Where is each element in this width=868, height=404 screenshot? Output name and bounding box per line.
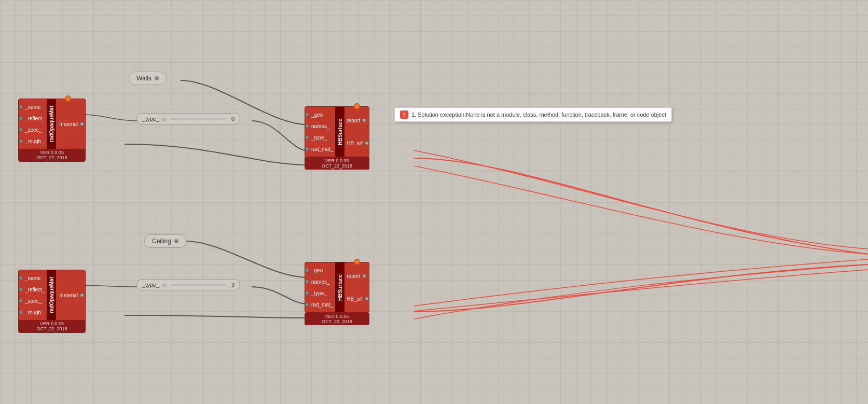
slider-track-1[interactable] [170, 118, 226, 120]
port-row: report [345, 115, 369, 126]
error-message: 1. Solution exception:None is not a modu… [411, 112, 666, 118]
port-row: names_ [305, 120, 335, 132]
output-label: report [345, 273, 362, 279]
input-label: _geo [309, 268, 325, 273]
port-row: _geo [305, 264, 335, 276]
port-row: _reflect_ [19, 284, 47, 295]
input-port [305, 147, 309, 151]
input-label: _reflect_ [23, 287, 47, 292]
input-label: _name [23, 275, 43, 281]
port-row: _rough_ [19, 135, 47, 147]
port-row: names_ [305, 276, 335, 287]
input-port [305, 268, 309, 272]
hb-surface-1-outputs: report HB_srf [345, 107, 369, 157]
port-row: _rough_ [19, 307, 47, 318]
slider-track-2[interactable] [170, 284, 226, 286]
input-port [305, 135, 309, 140]
hb-surface-1-inputs: _geo names_ _type_ rad_mat_ [305, 107, 335, 157]
port-row: _geo [305, 109, 335, 120]
input-port [19, 139, 23, 143]
error-icon: ! [400, 110, 408, 119]
hb-surface-2-orange-dot [354, 259, 360, 265]
input-label: names_ [309, 279, 332, 285]
type-slider-2-value: 3 [231, 282, 235, 288]
type-slider-1-label: _type_ [142, 116, 159, 122]
input-port [19, 299, 23, 303]
hb-surface-node-2[interactable]: _geo names_ _type_ rad_mat_ HBSurface re… [305, 262, 369, 325]
rad-opaque-mat-node-1[interactable]: _name _reflect_ _spec_ _rough_ radOpaque… [18, 99, 86, 162]
hb-surface-1-orange-dot [354, 103, 360, 109]
output-port [362, 274, 366, 278]
wire-canvas [0, 0, 868, 404]
rad-opaque-mat-node-2[interactable]: _name _reflect_ _spec_ _rough_ radOpaque… [18, 270, 86, 333]
input-label: _name [23, 104, 43, 110]
walls-label: Walls [136, 75, 151, 82]
rad-node-2-side-label: radOpaqueMat [47, 270, 56, 320]
port-row: _type_ [305, 132, 335, 143]
ceiling-label: Ceiling [152, 238, 171, 245]
port-row: _name [19, 101, 47, 113]
orange-dot-1 [65, 95, 71, 102]
rad-node-1-side-label: radOpaqueMat [47, 99, 56, 149]
output-port [80, 122, 84, 126]
port-row: rad_mat_ [305, 143, 335, 155]
input-port [305, 113, 309, 117]
input-label: names_ [309, 123, 332, 129]
input-label: _type_ [309, 135, 329, 141]
input-port [305, 124, 309, 128]
input-label: _rough_ [23, 310, 46, 315]
walls-output-port [155, 76, 159, 80]
input-label: _reflect_ [23, 116, 47, 121]
input-label: rad_mat_ [309, 146, 335, 152]
port-row: HB_srf [345, 137, 369, 149]
output-label: report [345, 118, 362, 123]
output-label: HB_srf [345, 296, 365, 302]
hb-surface-1-side-label: HBSurface [335, 107, 345, 157]
input-label: _spec_ [23, 298, 44, 304]
input-port [305, 291, 309, 295]
rad-node-2-version: VER 0.0.05 OCT_22_2018 [19, 320, 85, 332]
type-slider-2[interactable]: _type_ ◇ 3 [136, 279, 240, 290]
port-row: _name [19, 272, 47, 284]
output-label: material [57, 292, 80, 298]
walls-node[interactable]: Walls [129, 72, 167, 85]
rad-node-2-outputs: material [56, 270, 85, 320]
grid-background [0, 0, 868, 404]
output-port [80, 293, 84, 297]
diamond-icon-1: ◇ [162, 116, 167, 122]
port-row: _spec_ [19, 124, 47, 135]
output-port [365, 297, 369, 301]
port-row: material [57, 289, 84, 301]
rad-node-1-outputs: material [56, 99, 85, 149]
input-label: _spec_ [23, 127, 44, 133]
port-row: HB_srf [345, 293, 369, 304]
hb-surface-1-version: VER 0.0.05 OCT_22_2018 [305, 157, 369, 170]
hb-surface-2-version: VER 0.0.05 OCT_22_2018 [305, 313, 369, 325]
port-row: report [345, 270, 369, 282]
output-label: HB_srf [345, 141, 365, 146]
input-port [19, 310, 23, 314]
input-port [19, 105, 23, 109]
hb-surface-node-1[interactable]: _geo names_ _type_ rad_mat_ HBSurface re… [305, 106, 369, 170]
ceiling-output-port [174, 239, 178, 243]
hb-surface-2-side-label: HBSurface [335, 262, 345, 312]
type-slider-1[interactable]: _type_ ◇ 0 [136, 113, 240, 124]
output-label: material [57, 121, 80, 127]
input-port [19, 276, 23, 280]
input-label: _rough_ [23, 138, 46, 144]
type-slider-1-value: 0 [231, 116, 235, 122]
port-row: _type_ [305, 287, 335, 299]
input-port [305, 302, 309, 307]
port-row: _reflect_ [19, 113, 47, 124]
input-port [305, 280, 309, 284]
port-row: material [57, 118, 84, 130]
rad-node-2-inputs: _name _reflect_ _spec_ _rough_ [19, 270, 47, 320]
input-port [19, 287, 23, 291]
port-row: _spec_ [19, 295, 47, 307]
input-port [19, 128, 23, 132]
input-label: _geo [309, 112, 325, 118]
ceiling-node[interactable]: Ceiling [144, 234, 186, 248]
hb-surface-2-outputs: report HB_srf [345, 262, 369, 312]
port-row: rad_mat_ [305, 299, 335, 310]
diamond-icon-2: ◇ [162, 282, 167, 288]
